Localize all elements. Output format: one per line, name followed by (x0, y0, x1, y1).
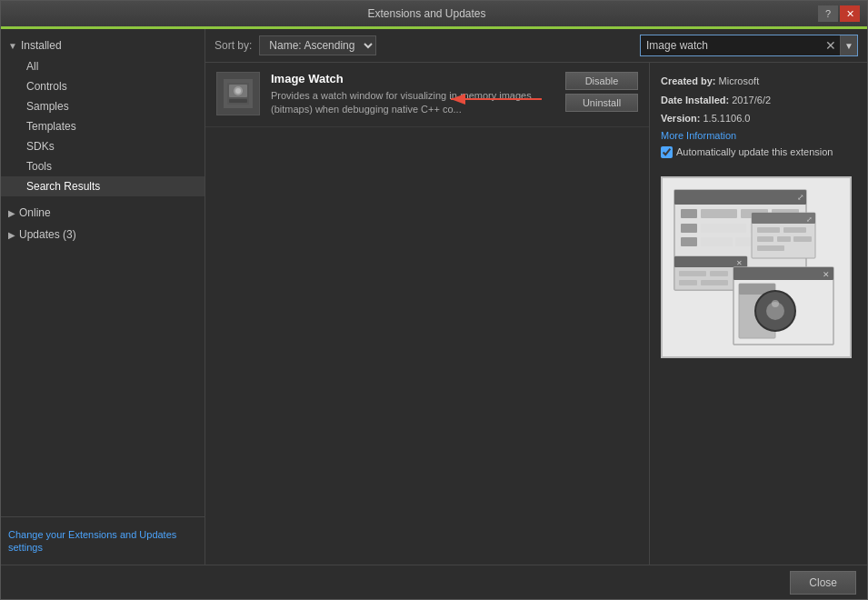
preview-svg: ⤢ (670, 185, 843, 349)
sidebar-item-online[interactable]: ▶ Online (1, 202, 205, 224)
sidebar-footer: Change your Extensions and Updates setti… (1, 516, 205, 565)
svg-rect-31 (783, 227, 806, 233)
installed-label: Installed (21, 39, 62, 52)
version-label: Version: (661, 113, 700, 124)
auto-update-label: Automatically update this extension (676, 146, 833, 157)
version-value: 1.5.1106.0 (703, 113, 750, 124)
svg-rect-32 (757, 236, 773, 242)
svg-rect-15 (701, 224, 746, 233)
help-button[interactable]: ? (818, 5, 838, 22)
details-panel: Created by: Microsoft Date Installed: 20… (649, 63, 867, 565)
search-clear-button[interactable]: ✕ (822, 39, 840, 52)
sidebar-item-updates[interactable]: ▶ Updates (3) (1, 224, 205, 245)
extension-actions: Disable Uninstall (565, 72, 638, 112)
title-bar-controls: ? ✕ (818, 5, 860, 22)
svg-rect-11 (701, 209, 737, 218)
svg-rect-6 (229, 99, 247, 103)
sidebar-item-search-results[interactable]: Search Results (1, 176, 205, 196)
main-content: ▼ Installed All Controls Samples Templat… (1, 26, 867, 565)
sidebar-item-samples[interactable]: Samples (1, 96, 205, 116)
created-by-label: Created by: (661, 75, 716, 86)
svg-text:⤢: ⤢ (797, 193, 804, 202)
settings-link[interactable]: Change your Extensions and Updates setti… (8, 529, 176, 553)
sidebar-item-templates[interactable]: Templates (1, 116, 205, 136)
uninstall-button[interactable]: Uninstall (565, 94, 638, 112)
extension-icon-inner (224, 79, 253, 108)
svg-rect-34 (793, 236, 812, 242)
extensions-window: Extensions and Updates ? ✕ ▼ Installed A… (0, 0, 868, 600)
extension-item-imagewatch[interactable]: Image Watch Provides a watch window for … (205, 63, 649, 127)
svg-rect-14 (681, 224, 697, 233)
svg-rect-37 (733, 267, 833, 280)
disable-button[interactable]: Disable (565, 72, 638, 90)
svg-rect-18 (701, 237, 733, 246)
date-installed-label: Date Installed: (661, 95, 729, 105)
search-dropdown-button[interactable]: ▼ (840, 35, 857, 55)
svg-rect-30 (757, 227, 780, 233)
installed-arrow-icon: ▼ (8, 41, 17, 51)
installed-header[interactable]: ▼ Installed (1, 35, 205, 56)
close-button[interactable]: Close (790, 571, 856, 595)
search-input[interactable] (641, 37, 822, 54)
created-by-value: Microsoft (719, 75, 760, 86)
svg-text:⤢: ⤢ (806, 215, 813, 224)
installed-section: ▼ Installed All Controls Samples Templat… (1, 29, 205, 202)
bottom-bar: Close (1, 565, 867, 599)
auto-update-row: Automatically update this extension (661, 146, 856, 158)
right-main: Image Watch Provides a watch window for … (205, 63, 867, 565)
svg-rect-8 (674, 190, 806, 205)
svg-rect-10 (681, 209, 697, 218)
search-box: ✕ ▼ (640, 35, 858, 56)
svg-rect-26 (701, 280, 728, 285)
extension-icon (216, 72, 260, 115)
svg-rect-24 (710, 271, 728, 276)
sidebar-item-controls[interactable]: Controls (1, 76, 205, 96)
svg-rect-25 (679, 280, 697, 285)
extension-desc: Provides a watch window for visualizing … (271, 89, 556, 117)
updates-arrow-icon: ▶ (8, 230, 15, 240)
svg-point-5 (235, 88, 241, 94)
svg-rect-17 (681, 237, 697, 246)
sidebar-item-all[interactable]: All (1, 56, 205, 76)
extension-icon-svg (225, 81, 251, 106)
sort-label: Sort by: (215, 39, 252, 52)
svg-rect-33 (777, 236, 791, 242)
sidebar: ▼ Installed All Controls Samples Templat… (1, 29, 205, 565)
sidebar-item-sdks[interactable]: SDKs (1, 136, 205, 156)
date-installed-value: 2017/6/2 (732, 95, 771, 105)
sort-select[interactable]: Name: Ascending (259, 35, 376, 55)
svg-rect-35 (757, 245, 784, 251)
svg-text:✕: ✕ (736, 259, 743, 267)
right-panel: Sort by: Name: Ascending ✕ ▼ (205, 29, 867, 565)
extension-preview: ⤢ (661, 176, 852, 358)
toolbar: Sort by: Name: Ascending ✕ ▼ (205, 29, 867, 63)
extension-list: Image Watch Provides a watch window for … (205, 63, 649, 565)
svg-text:✕: ✕ (823, 270, 830, 279)
window-title: Extensions and Updates (35, 7, 818, 20)
date-installed-line: Date Installed: 2017/6/2 (661, 93, 856, 108)
created-by-line: Created by: Microsoft (661, 74, 856, 89)
svg-rect-23 (679, 271, 706, 276)
extension-info: Image Watch Provides a watch window for … (271, 72, 556, 117)
online-arrow-icon: ▶ (8, 208, 15, 218)
auto-update-checkbox[interactable] (661, 146, 673, 158)
more-info-link[interactable]: More Information (661, 130, 856, 141)
sidebar-item-tools[interactable]: Tools (1, 156, 205, 176)
extension-name: Image Watch (271, 72, 556, 85)
close-title-button[interactable]: ✕ (840, 5, 860, 22)
title-bar: Extensions and Updates ? ✕ (1, 1, 867, 26)
svg-point-43 (772, 300, 779, 307)
version-line: Version: 1.5.1106.0 (661, 111, 856, 126)
